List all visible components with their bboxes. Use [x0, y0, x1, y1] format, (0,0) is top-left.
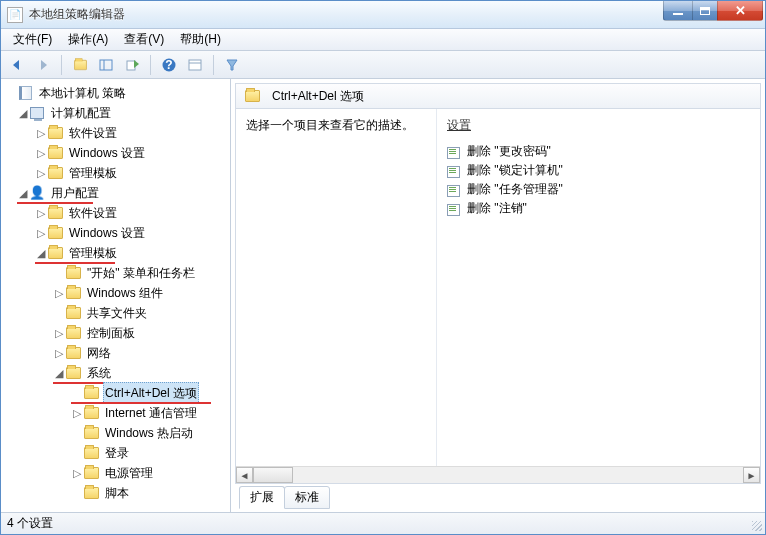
tree-win-settings-2[interactable]: Windows 设置: [67, 223, 147, 243]
toolbar-sep-3: [213, 55, 214, 75]
tree-windows-hotstart[interactable]: Windows 热启动: [103, 423, 195, 443]
titlebar[interactable]: 📄 本地组策略编辑器 ✕: [1, 1, 765, 29]
expander-icon[interactable]: ◢: [17, 103, 29, 123]
svg-rect-2: [100, 60, 112, 70]
tree-admin-templates-2[interactable]: 管理模板: [67, 243, 119, 263]
body: 本地计算机 策略 ◢计算机配置 ▷软件设置 ▷Windows 设置 ▷管理模板 …: [1, 79, 765, 512]
policy-label: 删除 "锁定计算机": [467, 162, 563, 179]
policy-item[interactable]: 删除 "注销": [447, 199, 750, 218]
properties-button[interactable]: [183, 53, 207, 77]
menu-file[interactable]: 文件(F): [5, 29, 60, 50]
folder-icon: [83, 445, 99, 461]
help-button[interactable]: ?: [157, 53, 181, 77]
svg-marker-1: [41, 60, 47, 70]
menu-action[interactable]: 操作(A): [60, 29, 116, 50]
statusbar: 4 个设置: [1, 512, 765, 534]
tree-power[interactable]: 电源管理: [103, 463, 155, 483]
expander-icon[interactable]: ▷: [53, 283, 65, 303]
folder-icon: [83, 405, 99, 421]
expander-icon[interactable]: ▷: [53, 323, 65, 343]
svg-marker-0: [13, 60, 19, 70]
book-icon: [17, 85, 33, 101]
forward-button[interactable]: [31, 53, 55, 77]
scroll-left-button[interactable]: ◄: [236, 467, 253, 483]
content-header: Ctrl+Alt+Del 选项: [235, 83, 761, 109]
folder-icon: [47, 205, 63, 221]
tree-soft-settings[interactable]: 软件设置: [67, 123, 119, 143]
expander-icon[interactable]: ▷: [35, 143, 47, 163]
folder-icon: [65, 305, 81, 321]
tree-control-panel[interactable]: 控制面板: [85, 323, 137, 343]
scroll-thumb[interactable]: [253, 467, 293, 483]
expander-icon[interactable]: ▷: [35, 163, 47, 183]
menu-view[interactable]: 查看(V): [116, 29, 172, 50]
expander-icon[interactable]: ◢: [35, 243, 47, 263]
show-hide-tree-button[interactable]: [94, 53, 118, 77]
up-button[interactable]: [68, 53, 92, 77]
tree-windows-components[interactable]: Windows 组件: [85, 283, 165, 303]
expander-icon[interactable]: ◢: [17, 183, 29, 203]
settings-column-header[interactable]: 设置: [447, 117, 750, 134]
tree-win-settings[interactable]: Windows 设置: [67, 143, 147, 163]
menu-help[interactable]: 帮助(H): [172, 29, 229, 50]
tree-login[interactable]: 登录: [103, 443, 131, 463]
policy-label: 删除 "更改密码": [467, 143, 551, 160]
tree-root[interactable]: 本地计算机 策略: [37, 83, 128, 103]
tree-script[interactable]: 脚本: [103, 483, 131, 503]
settings-list[interactable]: 设置 删除 "更改密码" 删除 "锁定计算机" 删除 "任务管理器" 删除 "注…: [436, 109, 760, 483]
policy-icon: [447, 164, 461, 178]
filter-button[interactable]: [220, 53, 244, 77]
policy-item[interactable]: 删除 "任务管理器": [447, 180, 750, 199]
expander-icon[interactable]: ▷: [35, 123, 47, 143]
gpedit-window: 📄 本地组策略编辑器 ✕ 文件(F) 操作(A) 查看(V) 帮助(H) ? 本…: [0, 0, 766, 535]
expander-icon[interactable]: ▷: [71, 463, 83, 483]
policy-item[interactable]: 删除 "锁定计算机": [447, 161, 750, 180]
tree-network[interactable]: 网络: [85, 343, 113, 363]
tree-soft-settings-2[interactable]: 软件设置: [67, 203, 119, 223]
tree-computer-config[interactable]: 计算机配置: [49, 103, 113, 123]
export-button[interactable]: [120, 53, 144, 77]
expander-icon[interactable]: ▷: [35, 203, 47, 223]
window-buttons: ✕: [664, 1, 763, 21]
folder-icon: [47, 165, 63, 181]
window-title: 本地组策略编辑器: [29, 6, 125, 23]
folder-icon: [83, 385, 99, 401]
horizontal-scrollbar[interactable]: ◄ ►: [236, 466, 760, 483]
policy-item[interactable]: 删除 "更改密码": [447, 142, 750, 161]
toolbar-sep-2: [150, 55, 151, 75]
svg-text:?: ?: [165, 58, 172, 72]
app-icon: 📄: [7, 7, 23, 23]
maximize-button[interactable]: [692, 1, 718, 21]
tree-admin-templates[interactable]: 管理模板: [67, 163, 119, 183]
expander-icon[interactable]: ▷: [71, 403, 83, 423]
status-text: 4 个设置: [7, 515, 53, 532]
expander-icon[interactable]: ▷: [35, 223, 47, 243]
computer-icon: [29, 105, 45, 121]
nav-tree[interactable]: 本地计算机 策略 ◢计算机配置 ▷软件设置 ▷Windows 设置 ▷管理模板 …: [1, 79, 231, 512]
folder-icon: [65, 325, 81, 341]
tree-start-menu[interactable]: "开始" 菜单和任务栏: [85, 263, 197, 283]
tree-system[interactable]: 系统: [85, 363, 113, 383]
folder-icon: [65, 265, 81, 281]
scroll-right-button[interactable]: ►: [743, 467, 760, 483]
folder-icon: [47, 125, 63, 141]
expander-icon[interactable]: ◢: [53, 363, 65, 383]
close-button[interactable]: ✕: [717, 1, 763, 21]
tree-shared-folders[interactable]: 共享文件夹: [85, 303, 149, 323]
scroll-track[interactable]: [253, 467, 743, 483]
expander-icon[interactable]: ▷: [53, 343, 65, 363]
tree-internet-comm[interactable]: Internet 通信管理: [103, 403, 199, 423]
policy-icon: [447, 183, 461, 197]
description-pane: 选择一个项目来查看它的描述。: [236, 109, 436, 483]
tree-user-config[interactable]: 用户配置: [49, 183, 101, 203]
tab-extended[interactable]: 扩展: [239, 486, 285, 509]
back-button[interactable]: [5, 53, 29, 77]
menubar: 文件(F) 操作(A) 查看(V) 帮助(H): [1, 29, 765, 51]
minimize-button[interactable]: [663, 1, 693, 21]
tree-ctrl-alt-del[interactable]: Ctrl+Alt+Del 选项: [103, 382, 199, 404]
folder-icon: [65, 345, 81, 361]
policy-icon: [447, 202, 461, 216]
folder-icon: [47, 245, 63, 261]
tab-standard[interactable]: 标准: [284, 486, 330, 509]
folder-icon: [83, 465, 99, 481]
